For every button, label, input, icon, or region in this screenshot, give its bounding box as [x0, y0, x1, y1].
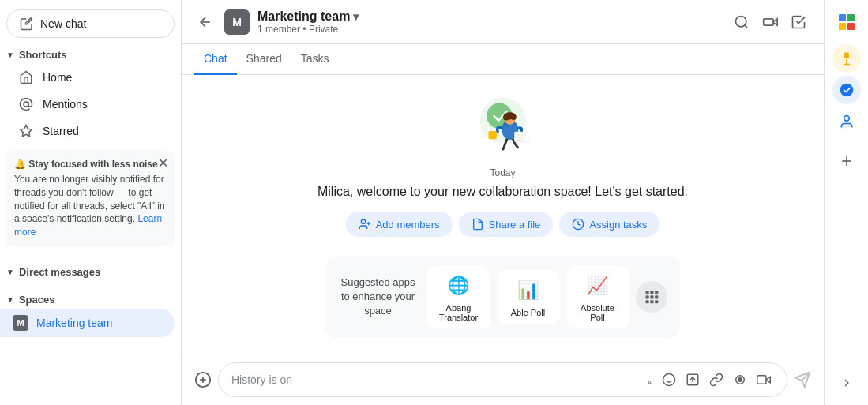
svg-point-13 — [510, 114, 516, 120]
header-info: Marketing team ▾ 1 member • Private — [257, 9, 721, 35]
main-content: M Marketing team ▾ 1 member • Private — [182, 0, 824, 405]
sidebar-item-mentions[interactable]: Mentions — [0, 91, 175, 118]
send-button[interactable] — [794, 371, 811, 388]
edit-icon — [20, 17, 34, 31]
input-icons: A — [635, 369, 774, 390]
svg-rect-49 — [839, 23, 846, 30]
absolute-poll-name: Absolute Poll — [573, 303, 623, 322]
record-button[interactable] — [730, 369, 750, 390]
send-icon — [794, 371, 811, 388]
add-circle-icon — [194, 371, 212, 388]
svg-point-0 — [24, 102, 28, 107]
google-apps-icon[interactable] — [831, 6, 862, 38]
video-button[interactable] — [753, 369, 774, 390]
contacts-icon-button[interactable] — [832, 107, 861, 136]
emoji-button[interactable] — [659, 369, 679, 390]
home-icon — [19, 70, 33, 84]
link-button[interactable] — [706, 369, 727, 390]
more-apps-button[interactable] — [636, 281, 667, 313]
able-poll-icon: 📊 — [514, 276, 543, 305]
notification-close-button[interactable]: ✕ — [156, 156, 170, 171]
add-members-button[interactable]: Add members — [346, 212, 453, 237]
header-subtitle: 1 member • Private — [257, 24, 721, 35]
home-label: Home — [43, 71, 72, 84]
tasks-icon — [791, 14, 806, 30]
keep-icon — [839, 51, 855, 66]
suggested-apps: Suggested apps to enhance your space 🌐 A… — [326, 256, 680, 338]
add-members-label: Add members — [376, 219, 440, 231]
svg-point-12 — [503, 114, 509, 121]
tasks-button[interactable] — [786, 9, 811, 35]
notification-body: You are no longer visibly notified for t… — [14, 173, 167, 239]
chat-input-area: History is on A — [182, 354, 824, 405]
svg-point-19 — [361, 219, 365, 223]
direct-messages-header[interactable]: ▼ Direct messages — [0, 260, 181, 281]
svg-marker-43 — [766, 377, 770, 383]
share-file-label: Share a file — [489, 219, 541, 231]
app-items: 🌐 Abang Translator 📊 Able Poll 📈 Absolut… — [427, 265, 667, 328]
marketing-team-avatar: M — [13, 315, 28, 331]
spaces-header[interactable]: ▼ Spaces — [0, 287, 181, 309]
at-icon — [19, 97, 33, 111]
assign-tasks-button[interactable]: Assign tasks — [559, 212, 659, 237]
abang-translator-icon: 🌐 — [445, 272, 473, 300]
message-input-box: History is on A — [218, 362, 787, 397]
app-item-able-poll[interactable]: 📊 Able Poll — [497, 270, 560, 324]
video-call-button[interactable] — [757, 9, 783, 35]
header-actions — [729, 9, 811, 35]
new-chat-button[interactable]: New chat — [6, 9, 175, 38]
chevron-right-icon — [840, 377, 853, 389]
upload-icon — [686, 373, 700, 387]
app-item-absolute-poll[interactable]: 📈 Absolute Poll — [566, 265, 629, 328]
sidebar-item-starred[interactable]: Starred — [0, 118, 175, 144]
sidebar: New chat ▼ Shortcuts Home Mentions Starr… — [0, 0, 182, 405]
dropdown-chevron-icon[interactable]: ▾ — [353, 10, 359, 23]
space-avatar-header: M — [224, 9, 250, 35]
tab-chat[interactable]: Chat — [194, 44, 237, 75]
absolute-poll-icon: 📈 — [584, 272, 612, 300]
upload-button[interactable] — [682, 369, 703, 390]
plus-icon — [839, 153, 855, 169]
svg-rect-47 — [839, 14, 846, 21]
sidebar-item-marketing-team[interactable]: M Marketing team — [0, 309, 175, 337]
add-attachment-button[interactable] — [194, 371, 212, 388]
back-button[interactable] — [194, 11, 216, 33]
spaces-label: Spaces — [19, 294, 55, 306]
search-button[interactable] — [729, 9, 754, 35]
assign-tasks-label: Assign tasks — [589, 219, 647, 231]
svg-rect-24 — [650, 291, 653, 294]
share-file-button[interactable]: Share a file — [459, 212, 554, 237]
main-header: M Marketing team ▾ 1 member • Private — [182, 0, 824, 44]
right-panel — [824, 0, 868, 405]
svg-rect-50 — [847, 23, 855, 30]
tasks-circle-icon — [839, 82, 855, 98]
starred-label: Starred — [43, 125, 79, 137]
app-item-abang-translator[interactable]: 🌐 Abang Translator — [427, 265, 490, 328]
direct-messages-label: Direct messages — [19, 266, 100, 278]
notification-title: 🔔 Stay focused with less noise — [14, 159, 167, 170]
format-text-button[interactable]: A — [635, 369, 656, 390]
tasks-icon-button[interactable] — [832, 76, 861, 104]
shortcuts-header[interactable]: ▼ Shortcuts — [0, 44, 181, 64]
video-msg-icon — [757, 373, 771, 387]
action-buttons: Add members Share a file Assign tasks — [346, 212, 660, 237]
video-icon — [762, 14, 778, 30]
svg-rect-44 — [757, 376, 766, 384]
tabs: Chat Shared Tasks — [182, 44, 824, 75]
svg-point-36 — [663, 374, 675, 386]
keep-icon-button[interactable] — [832, 44, 861, 73]
tab-tasks[interactable]: Tasks — [291, 44, 339, 75]
chevron-down-icon-spaces: ▼ — [6, 295, 14, 304]
add-panel-button[interactable] — [831, 145, 862, 177]
google-apps-logo — [837, 13, 856, 32]
chat-content: Today Milica, welcome to your new collab… — [182, 75, 824, 354]
able-poll-name: Able Poll — [511, 308, 545, 317]
tab-shared[interactable]: Shared — [237, 44, 291, 75]
expand-panel-button[interactable] — [831, 367, 862, 399]
new-chat-label: New chat — [40, 17, 86, 30]
abang-translator-name: Abang Translator — [434, 303, 484, 322]
sidebar-item-home[interactable]: Home — [0, 64, 175, 91]
add-person-icon — [359, 218, 371, 231]
notification-card: 🔔 Stay focused with less noise You are n… — [6, 151, 175, 247]
svg-point-51 — [840, 84, 853, 97]
